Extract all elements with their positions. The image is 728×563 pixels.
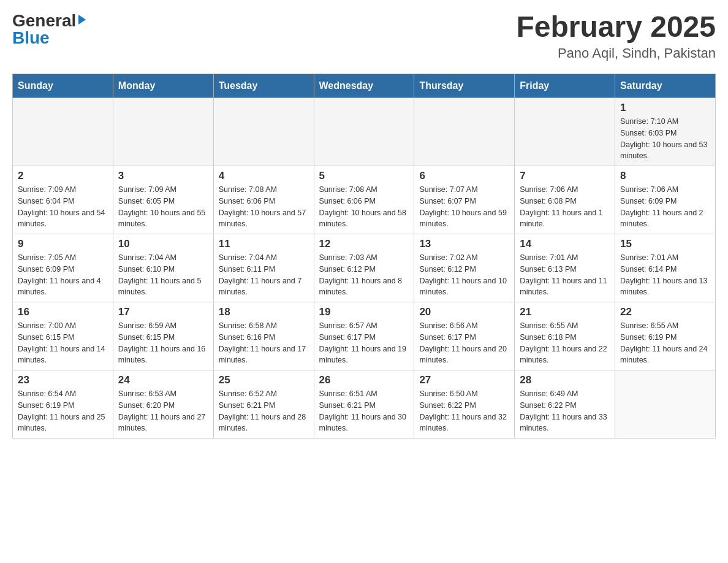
day-number: 11 bbox=[219, 238, 309, 250]
calendar-day-cell: 16Sunrise: 7:00 AM Sunset: 6:15 PM Dayli… bbox=[13, 302, 113, 370]
day-number: 26 bbox=[319, 374, 409, 386]
day-info: Sunrise: 6:59 AM Sunset: 6:15 PM Dayligh… bbox=[118, 320, 208, 366]
day-info: Sunrise: 6:52 AM Sunset: 6:21 PM Dayligh… bbox=[219, 388, 309, 434]
day-number: 1 bbox=[620, 102, 710, 114]
logo-blue-text: Blue bbox=[12, 29, 50, 47]
day-info: Sunrise: 6:57 AM Sunset: 6:17 PM Dayligh… bbox=[319, 320, 409, 366]
calendar-day-cell bbox=[414, 98, 515, 166]
day-number: 16 bbox=[18, 306, 108, 318]
day-info: Sunrise: 7:09 AM Sunset: 6:04 PM Dayligh… bbox=[18, 184, 108, 230]
calendar-day-cell bbox=[515, 98, 615, 166]
day-number: 24 bbox=[118, 374, 208, 386]
calendar-day-cell: 6Sunrise: 7:07 AM Sunset: 6:07 PM Daylig… bbox=[414, 166, 515, 234]
day-number: 7 bbox=[520, 170, 610, 182]
calendar-day-cell: 5Sunrise: 7:08 AM Sunset: 6:06 PM Daylig… bbox=[314, 166, 414, 234]
day-number: 5 bbox=[319, 170, 409, 182]
day-number: 2 bbox=[18, 170, 108, 182]
day-info: Sunrise: 7:09 AM Sunset: 6:05 PM Dayligh… bbox=[118, 184, 208, 230]
day-info: Sunrise: 6:50 AM Sunset: 6:22 PM Dayligh… bbox=[419, 388, 509, 434]
location-text: Pano Aqil, Sindh, Pakistan bbox=[516, 45, 716, 61]
calendar-week-row: 23Sunrise: 6:54 AM Sunset: 6:19 PM Dayli… bbox=[13, 370, 716, 439]
calendar-day-cell bbox=[113, 98, 213, 166]
day-number: 20 bbox=[419, 306, 509, 318]
day-number: 17 bbox=[118, 306, 208, 318]
calendar-week-row: 1Sunrise: 7:10 AM Sunset: 6:03 PM Daylig… bbox=[13, 98, 716, 166]
page-header: General Blue February 2025 Pano Aqil, Si… bbox=[12, 12, 716, 61]
day-number: 9 bbox=[18, 238, 108, 250]
day-number: 14 bbox=[520, 238, 610, 250]
day-of-week-header: Thursday bbox=[414, 74, 515, 98]
calendar-day-cell: 21Sunrise: 6:55 AM Sunset: 6:18 PM Dayli… bbox=[515, 302, 615, 370]
calendar-day-cell: 20Sunrise: 6:56 AM Sunset: 6:17 PM Dayli… bbox=[414, 302, 515, 370]
day-of-week-header: Wednesday bbox=[314, 74, 414, 98]
calendar-day-cell: 1Sunrise: 7:10 AM Sunset: 6:03 PM Daylig… bbox=[615, 98, 716, 166]
day-info: Sunrise: 6:55 AM Sunset: 6:18 PM Dayligh… bbox=[520, 320, 610, 366]
day-number: 6 bbox=[419, 170, 509, 182]
day-number: 13 bbox=[419, 238, 509, 250]
day-number: 23 bbox=[18, 374, 108, 386]
day-number: 25 bbox=[219, 374, 309, 386]
day-info: Sunrise: 7:02 AM Sunset: 6:12 PM Dayligh… bbox=[419, 252, 509, 298]
day-info: Sunrise: 7:07 AM Sunset: 6:07 PM Dayligh… bbox=[419, 184, 509, 230]
title-section: February 2025 Pano Aqil, Sindh, Pakistan bbox=[516, 12, 716, 61]
calendar-day-cell: 27Sunrise: 6:50 AM Sunset: 6:22 PM Dayli… bbox=[414, 370, 515, 439]
day-of-week-header: Sunday bbox=[13, 74, 113, 98]
calendar-week-row: 2Sunrise: 7:09 AM Sunset: 6:04 PM Daylig… bbox=[13, 166, 716, 234]
day-info: Sunrise: 7:06 AM Sunset: 6:08 PM Dayligh… bbox=[520, 184, 610, 230]
day-info: Sunrise: 6:55 AM Sunset: 6:19 PM Dayligh… bbox=[620, 320, 710, 366]
day-number: 22 bbox=[620, 306, 710, 318]
day-info: Sunrise: 6:58 AM Sunset: 6:16 PM Dayligh… bbox=[219, 320, 309, 366]
day-number: 15 bbox=[620, 238, 710, 250]
calendar-day-cell: 2Sunrise: 7:09 AM Sunset: 6:04 PM Daylig… bbox=[13, 166, 113, 234]
day-info: Sunrise: 7:04 AM Sunset: 6:11 PM Dayligh… bbox=[219, 252, 309, 298]
calendar-header-row: SundayMondayTuesdayWednesdayThursdayFrid… bbox=[13, 74, 716, 98]
calendar-table: SundayMondayTuesdayWednesdayThursdayFrid… bbox=[12, 74, 716, 439]
day-number: 27 bbox=[419, 374, 509, 386]
calendar-day-cell: 26Sunrise: 6:51 AM Sunset: 6:21 PM Dayli… bbox=[314, 370, 414, 439]
day-number: 3 bbox=[118, 170, 208, 182]
day-number: 12 bbox=[319, 238, 409, 250]
calendar-day-cell: 25Sunrise: 6:52 AM Sunset: 6:21 PM Dayli… bbox=[213, 370, 314, 439]
day-info: Sunrise: 6:54 AM Sunset: 6:19 PM Dayligh… bbox=[18, 388, 108, 434]
day-info: Sunrise: 7:04 AM Sunset: 6:10 PM Dayligh… bbox=[118, 252, 208, 298]
calendar-day-cell bbox=[615, 370, 716, 439]
day-info: Sunrise: 7:00 AM Sunset: 6:15 PM Dayligh… bbox=[18, 320, 108, 366]
day-info: Sunrise: 7:10 AM Sunset: 6:03 PM Dayligh… bbox=[620, 116, 710, 162]
day-info: Sunrise: 7:08 AM Sunset: 6:06 PM Dayligh… bbox=[319, 184, 409, 230]
day-number: 4 bbox=[219, 170, 309, 182]
calendar-day-cell bbox=[314, 98, 414, 166]
calendar-day-cell: 10Sunrise: 7:04 AM Sunset: 6:10 PM Dayli… bbox=[113, 234, 213, 302]
day-of-week-header: Saturday bbox=[615, 74, 716, 98]
calendar-week-row: 9Sunrise: 7:05 AM Sunset: 6:09 PM Daylig… bbox=[13, 234, 716, 302]
day-number: 18 bbox=[219, 306, 309, 318]
calendar-day-cell: 12Sunrise: 7:03 AM Sunset: 6:12 PM Dayli… bbox=[314, 234, 414, 302]
day-info: Sunrise: 6:56 AM Sunset: 6:17 PM Dayligh… bbox=[419, 320, 509, 366]
day-of-week-header: Tuesday bbox=[213, 74, 314, 98]
day-info: Sunrise: 7:01 AM Sunset: 6:14 PM Dayligh… bbox=[620, 252, 710, 298]
logo-general-text: General bbox=[12, 12, 76, 29]
day-info: Sunrise: 7:05 AM Sunset: 6:09 PM Dayligh… bbox=[18, 252, 108, 298]
day-info: Sunrise: 7:01 AM Sunset: 6:13 PM Dayligh… bbox=[520, 252, 610, 298]
calendar-day-cell: 3Sunrise: 7:09 AM Sunset: 6:05 PM Daylig… bbox=[113, 166, 213, 234]
calendar-day-cell: 9Sunrise: 7:05 AM Sunset: 6:09 PM Daylig… bbox=[13, 234, 113, 302]
calendar-day-cell: 7Sunrise: 7:06 AM Sunset: 6:08 PM Daylig… bbox=[515, 166, 615, 234]
logo-arrow-icon bbox=[78, 15, 86, 25]
calendar-day-cell: 4Sunrise: 7:08 AM Sunset: 6:06 PM Daylig… bbox=[213, 166, 314, 234]
day-number: 8 bbox=[620, 170, 710, 182]
calendar-day-cell: 13Sunrise: 7:02 AM Sunset: 6:12 PM Dayli… bbox=[414, 234, 515, 302]
calendar-day-cell: 23Sunrise: 6:54 AM Sunset: 6:19 PM Dayli… bbox=[13, 370, 113, 439]
day-number: 19 bbox=[319, 306, 409, 318]
day-number: 28 bbox=[520, 374, 610, 386]
day-info: Sunrise: 7:03 AM Sunset: 6:12 PM Dayligh… bbox=[319, 252, 409, 298]
logo: General Blue bbox=[12, 12, 86, 47]
day-info: Sunrise: 7:06 AM Sunset: 6:09 PM Dayligh… bbox=[620, 184, 710, 230]
calendar-day-cell: 8Sunrise: 7:06 AM Sunset: 6:09 PM Daylig… bbox=[615, 166, 716, 234]
calendar-day-cell: 19Sunrise: 6:57 AM Sunset: 6:17 PM Dayli… bbox=[314, 302, 414, 370]
calendar-day-cell: 11Sunrise: 7:04 AM Sunset: 6:11 PM Dayli… bbox=[213, 234, 314, 302]
day-number: 21 bbox=[520, 306, 610, 318]
calendar-day-cell bbox=[13, 98, 113, 166]
calendar-day-cell: 14Sunrise: 7:01 AM Sunset: 6:13 PM Dayli… bbox=[515, 234, 615, 302]
calendar-week-row: 16Sunrise: 7:00 AM Sunset: 6:15 PM Dayli… bbox=[13, 302, 716, 370]
day-number: 10 bbox=[118, 238, 208, 250]
day-info: Sunrise: 6:53 AM Sunset: 6:20 PM Dayligh… bbox=[118, 388, 208, 434]
